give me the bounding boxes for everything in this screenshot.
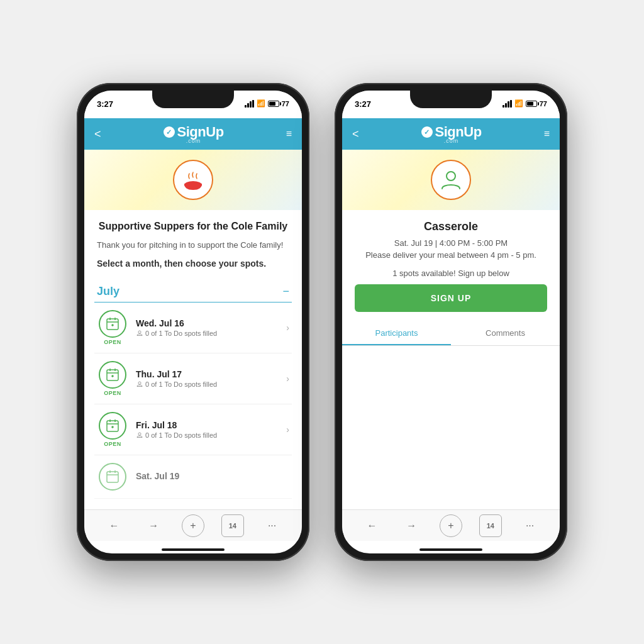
calendar-icon-1 [99,361,126,389]
date-title-1: Thu. Jul 17 [136,369,286,379]
month-collapse-icon[interactable]: − [282,285,289,298]
battery-icon-right [526,101,537,107]
signal-icon-right [502,100,512,108]
add-btn-right[interactable]: + [440,514,462,537]
date-info-0: Wed. Jul 16 0 of 1 To Do spots filled [136,318,286,337]
notch-right [410,91,492,108]
header-logo-right: SignUp .com [421,124,482,144]
signal-icon-left [245,100,254,108]
menu-button-left[interactable]: ≡ [286,128,292,140]
battery-icon-left [268,101,279,107]
left-phone-screen: 3:27 📶 77 < [84,91,302,553]
bottom-bar-right: ← → + 14 ··· [342,509,560,541]
date-icon-wrap-2: OPEN [97,412,128,447]
home-indicator-left [84,541,302,553]
month-header[interactable]: July − [94,279,292,303]
signup-desc: Thank you for pitching in to support the… [97,240,289,251]
date-info-2: Fri. Jul 18 0 of 1 To Do spots filled [136,420,286,439]
casserole-title: Casserole [355,220,547,233]
month-label: July [97,285,119,298]
open-label-1: OPEN [104,390,121,396]
person-icon [431,160,471,200]
logo-check-left [164,126,175,138]
date-icon-wrap-0: OPEN [97,310,128,345]
date-arrow-0: › [286,323,289,333]
back-nav-right[interactable]: ← [360,514,383,537]
date-info-1: Thu. Jul 17 0 of 1 To Do spots filled [136,369,286,388]
home-indicator-right [342,541,560,553]
svg-point-15 [112,426,113,428]
tab-count-left[interactable]: 14 [221,514,244,537]
date-item-1[interactable]: OPEN Thu. Jul 17 0 of 1 To Do spots fill… [94,353,292,404]
date-icon-wrap-1: OPEN [97,361,128,396]
add-btn-left[interactable]: + [182,514,204,537]
more-btn-right[interactable]: ··· [519,514,541,537]
date-info-3: Sat. Jul 19 [136,471,289,482]
notch-left [152,91,234,108]
forward-nav-left[interactable]: → [142,514,165,537]
casserole-delivery: Please deliver your meal between 4 pm - … [355,250,547,260]
calendar-icon-2 [99,412,126,440]
spots-available: 1 spots available! Sign up below [355,269,547,278]
battery-pct-left: 77 [282,100,289,108]
date-item-0[interactable]: OPEN Wed. Jul 16 0 of 1 To Do spots fill… [94,303,292,353]
open-label-0: OPEN [104,339,121,345]
status-time-right: 3:27 [355,99,371,109]
left-phone: 3:27 📶 77 < [77,83,309,561]
app-header-left: < SignUp .com ≡ [84,118,302,150]
tab-participants[interactable]: Participants [342,322,451,345]
battery-pct-right: 77 [540,100,547,108]
banner-right [342,150,560,210]
home-bar-right [419,548,482,551]
date-item-2[interactable]: OPEN Fri. Jul 18 0 of 1 To Do spots fill… [94,404,292,455]
date-spots-2: 0 of 1 To Do spots filled [136,431,286,439]
status-icons-right: 📶 77 [502,99,547,108]
home-bar-left [162,548,225,551]
date-item-3[interactable]: Sat. Jul 19 [94,455,292,499]
month-section: July − [84,279,302,499]
signup-info: Supportive Suppers for the Cole Family T… [84,210,302,279]
left-phone-content: Supportive Suppers for the Cole Family T… [84,210,302,509]
signup-title: Supportive Suppers for the Cole Family [97,220,289,233]
status-time-left: 3:27 [97,99,113,109]
header-logo-left: SignUp .com [164,124,224,144]
calendar-icon-0 [99,310,126,338]
svg-point-5 [112,325,113,326]
banner-left [84,150,302,210]
bottom-bar-left: ← → + 14 ··· [84,509,302,541]
svg-point-10 [112,375,113,377]
back-button-right[interactable]: < [352,128,359,141]
forward-nav-right[interactable]: → [400,514,423,537]
svg-point-20 [447,172,455,180]
status-bar-right: 3:27 📶 77 [342,91,560,118]
date-arrow-1: › [286,374,289,384]
more-btn-left[interactable]: ··· [261,514,284,537]
logo-dotcom-right: .com [444,138,459,144]
signup-button[interactable]: SIGN UP [355,284,547,312]
logo-check-right [421,126,433,138]
menu-button-right[interactable]: ≡ [544,128,550,140]
tabs-container: Participants Comments [342,322,560,346]
status-bar-left: 3:27 📶 77 [84,91,302,118]
status-icons-left: 📶 77 [245,99,289,108]
right-phone-content: Casserole Sat. Jul 19 | 4:00 PM - 5:00 P… [342,210,560,509]
calendar-icon-3 [99,463,126,491]
date-list: OPEN Wed. Jul 16 0 of 1 To Do spots fill… [94,303,292,499]
date-arrow-2: › [286,425,289,435]
date-spots-0: 0 of 1 To Do spots filled [136,330,286,337]
tab-count-right[interactable]: 14 [479,514,502,537]
tab-comments[interactable]: Comments [451,322,560,345]
svg-rect-16 [107,472,118,482]
date-title-0: Wed. Jul 16 [136,318,286,328]
right-phone-screen: 3:27 📶 77 < [342,91,560,553]
wifi-icon-left: 📶 [257,99,265,108]
date-title-3: Sat. Jul 19 [136,471,289,481]
date-icon-wrap-3 [97,463,128,491]
scene: 3:27 📶 77 < [0,0,644,644]
back-nav-left[interactable]: ← [103,514,125,537]
casserole-info: Casserole Sat. Jul 19 | 4:00 PM - 5:00 P… [342,210,560,356]
soup-icon [173,160,213,200]
casserole-datetime: Sat. Jul 19 | 4:00 PM - 5:00 PM [355,238,547,248]
wifi-icon-right: 📶 [514,99,523,108]
back-button-left[interactable]: < [94,128,101,141]
